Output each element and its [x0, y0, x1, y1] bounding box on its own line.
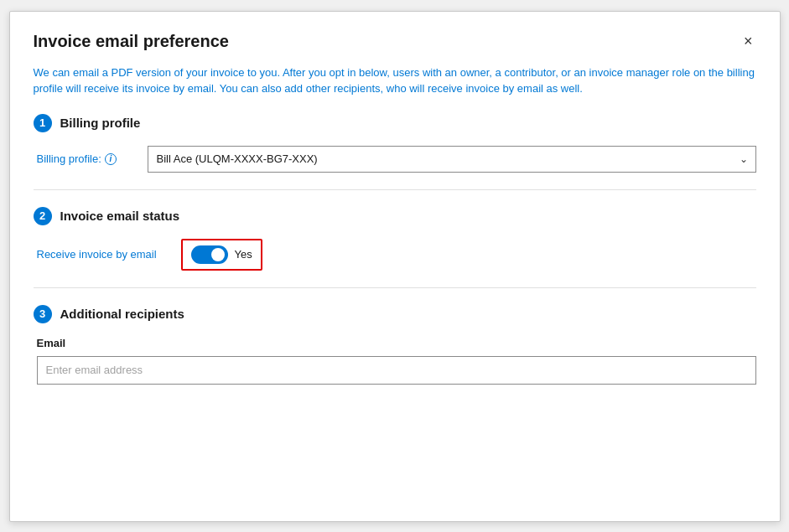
billing-profile-select[interactable]: Bill Ace (ULQM-XXXX-BG7-XXX) — [148, 146, 756, 173]
toggle-label: Receive invoice by email — [37, 248, 171, 261]
billing-profile-select-wrapper: Bill Ace (ULQM-XXXX-BG7-XXX) ⌄ — [148, 146, 756, 173]
toggle-yes-label: Yes — [235, 248, 252, 261]
divider-1 — [34, 189, 756, 190]
toggle-highlight-box: Yes — [181, 239, 262, 271]
billing-profile-label: Billing profile: i — [37, 152, 138, 165]
email-field-label: Email — [34, 337, 756, 349]
close-button[interactable]: × — [740, 32, 756, 50]
section2-title: Invoice email status — [60, 209, 180, 223]
dialog-title: Invoice email preference — [34, 32, 229, 51]
billing-profile-field-row: Billing profile: i Bill Ace (ULQM-XXXX-B… — [34, 146, 756, 173]
section-invoice-email-status: 2 Invoice email status Receive invoice b… — [34, 207, 756, 271]
email-input-wrapper — [34, 356, 756, 385]
toggle-thumb — [211, 248, 225, 261]
section2-header: 2 Invoice email status — [34, 207, 756, 225]
section3-header: 3 Additional recipients — [34, 305, 756, 323]
email-input[interactable] — [37, 356, 756, 385]
toggle-row: Receive invoice by email Yes — [34, 239, 756, 271]
toggle-track — [191, 245, 228, 264]
divider-2 — [34, 287, 756, 288]
dialog-header: Invoice email preference × — [34, 32, 756, 51]
info-text: We can email a PDF version of your invoi… — [34, 65, 756, 97]
section3-title: Additional recipients — [60, 307, 184, 321]
section-additional-recipients: 3 Additional recipients Email — [34, 305, 756, 385]
section1-number: 1 — [34, 114, 52, 132]
invoice-email-dialog: Invoice email preference × We can email … — [9, 11, 781, 522]
billing-profile-info-icon[interactable]: i — [105, 153, 117, 165]
section1-header: 1 Billing profile — [34, 114, 756, 132]
email-toggle[interactable] — [191, 245, 228, 264]
section2-number: 2 — [34, 207, 52, 225]
section1-title: Billing profile — [60, 116, 141, 130]
section3-number: 3 — [34, 305, 52, 323]
section-billing-profile: 1 Billing profile Billing profile: i Bil… — [34, 114, 756, 173]
